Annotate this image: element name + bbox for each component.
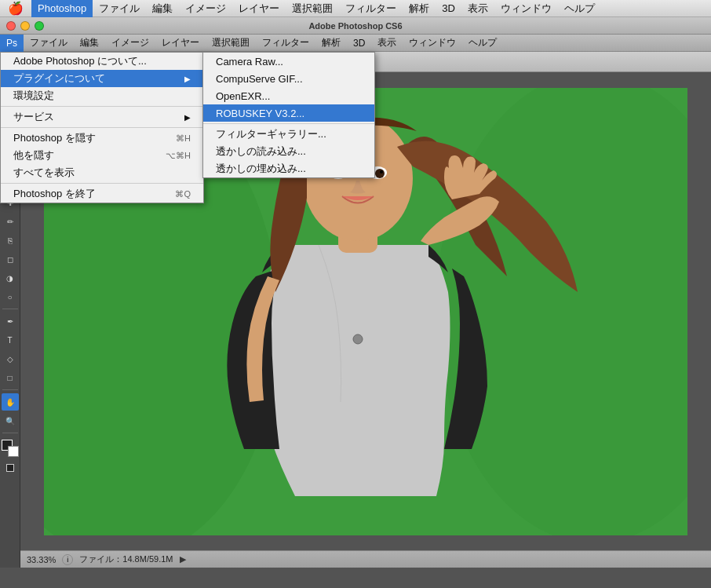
- wand-tool[interactable]: ✦: [2, 132, 19, 149]
- window-controls: [0, 21, 44, 31]
- tool-divider-4: [2, 433, 18, 433]
- zoom-input[interactable]: [155, 55, 199, 69]
- menu-layer[interactable]: レイヤー: [232, 0, 286, 17]
- mac-menu-bar: 🍎 Photoshop ファイル 編集 イメージ レイヤー 選択範囲 フィルター…: [0, 0, 711, 17]
- ps-menu-photoshop[interactable]: Ps: [0, 35, 24, 52]
- lasso-tool[interactable]: ⌖: [2, 113, 19, 130]
- zoom-tool[interactable]: 🔍: [2, 412, 19, 429]
- status-arrow[interactable]: ▶: [180, 554, 186, 564]
- ps-menu-layer[interactable]: レイヤー: [155, 35, 206, 52]
- ps-menu-view[interactable]: 表示: [371, 35, 403, 52]
- brush-tool[interactable]: ✏: [2, 213, 19, 230]
- transparency-checkbox[interactable]: [298, 57, 308, 67]
- marquee-tool[interactable]: ⬚: [2, 94, 19, 111]
- svg-point-10: [380, 170, 383, 173]
- maximize-button[interactable]: [35, 21, 44, 31]
- woman-figure: [44, 88, 687, 535]
- options-spacer: [5, 57, 151, 67]
- menu-help[interactable]: ヘルプ: [558, 0, 601, 17]
- menu-analyze[interactable]: 解析: [403, 0, 436, 17]
- options-reverse: 逆方向: [215, 56, 252, 68]
- tool-divider-2: [2, 309, 18, 309]
- pen-tool[interactable]: ✒: [2, 312, 19, 330]
- dodge-tool[interactable]: ○: [2, 288, 19, 305]
- hand-tool[interactable]: ✋: [2, 393, 19, 411]
- svg-point-8: [375, 169, 385, 178]
- eraser-tool[interactable]: ◻: [2, 250, 19, 268]
- menu-view[interactable]: 表示: [461, 0, 494, 17]
- path-tool[interactable]: ◇: [2, 350, 19, 367]
- ps-menu-edit[interactable]: 編集: [74, 35, 105, 52]
- svg-point-9: [341, 170, 344, 173]
- fg-bg-colors[interactable]: [2, 440, 19, 457]
- zoom-status: 33.33%: [27, 555, 56, 564]
- close-button[interactable]: [6, 21, 16, 31]
- reverse-checkbox[interactable]: [215, 57, 224, 67]
- ps-menu-filter[interactable]: フィルター: [256, 35, 315, 52]
- quick-mask-icon: [6, 464, 14, 472]
- crop-tool[interactable]: ⊡: [2, 151, 19, 168]
- tool-divider-1: [2, 171, 18, 172]
- ps-menu-help[interactable]: ヘルプ: [462, 35, 503, 52]
- background-color[interactable]: [8, 446, 19, 457]
- ps-menu-analyze[interactable]: 解析: [315, 35, 347, 52]
- ps-menu-file[interactable]: ファイル: [24, 35, 74, 52]
- transparency-label: 透明部分: [309, 56, 344, 68]
- svg-point-4: [303, 115, 413, 241]
- menu-window[interactable]: ウィンドウ: [494, 0, 558, 17]
- move-tool[interactable]: ✥: [2, 75, 19, 93]
- menu-3d[interactable]: 3D: [436, 0, 461, 17]
- menu-filter[interactable]: フィルター: [339, 0, 403, 17]
- menu-photoshop[interactable]: Photoshop: [31, 0, 93, 17]
- clone-tool[interactable]: ⎘: [2, 232, 19, 249]
- reverse-label: 逆方向: [226, 56, 252, 68]
- dither-checkbox[interactable]: [257, 57, 266, 67]
- ps-menu-bar: Ps ファイル 編集 イメージ レイヤー 選択範囲 フィルター 解析 3D 表示…: [0, 35, 711, 52]
- healing-tool[interactable]: ✚: [2, 194, 19, 211]
- file-size-status: ファイル：14.8M/59.1M: [79, 553, 173, 565]
- apple-menu[interactable]: 🍎: [0, 1, 31, 16]
- ps-title-bar: Adobe Photoshop CS6: [0, 17, 711, 35]
- shape-tool[interactable]: □: [2, 369, 19, 386]
- eyedropper-tool[interactable]: ⊕: [2, 175, 19, 192]
- ps-menu-3d[interactable]: 3D: [347, 35, 371, 52]
- menu-edit[interactable]: 編集: [146, 0, 179, 17]
- menu-file[interactable]: ファイル: [93, 0, 146, 17]
- options-transparency: 透明部分: [298, 56, 344, 68]
- quick-mask-toggle[interactable]: [2, 463, 18, 473]
- ps-menu-window[interactable]: ウィンドウ: [403, 35, 462, 52]
- ps-menu-image[interactable]: イメージ: [105, 35, 155, 52]
- text-tool[interactable]: T: [2, 331, 19, 349]
- ps-window-title: Adobe Photoshop CS6: [308, 21, 402, 31]
- menu-image[interactable]: イメージ: [179, 0, 232, 17]
- options-divider: [206, 55, 207, 69]
- minimize-button[interactable]: [20, 21, 30, 31]
- menu-select[interactable]: 選択範囲: [286, 0, 339, 17]
- status-info-icon[interactable]: i: [62, 554, 73, 565]
- svg-point-11: [353, 334, 363, 344]
- svg-point-7: [336, 169, 345, 178]
- left-toolbar: ✥ ⬚ ⌖ ✦ ⊡ ⊕ ✚ ✏ ⎘ ◻ ◑ ○ ✒ T ◇ □ ✋ 🔍: [0, 72, 20, 568]
- ps-window: Adobe Photoshop CS6 Ps ファイル 編集 イメージ レイヤー…: [0, 17, 711, 588]
- canvas-area: 未タイトル-1.psd @ 33.3% (前景画像, RGB/8*): [20, 72, 711, 568]
- tool-divider-3: [2, 389, 18, 390]
- status-bar: 33.33% i ファイル：14.8M/59.1M ▶: [20, 550, 711, 568]
- gradient-tool[interactable]: ◑: [2, 269, 19, 287]
- options-dither: ディザ: [257, 56, 294, 68]
- photo-canvas: [44, 88, 687, 535]
- ps-options-bar: 逆方向 ディザ 透明部分: [0, 52, 711, 72]
- options-zoom[interactable]: [155, 55, 199, 69]
- dither-label: ディザ: [268, 56, 294, 68]
- ps-main: ✥ ⬚ ⌖ ✦ ⊡ ⊕ ✚ ✏ ⎘ ◻ ◑ ○ ✒ T ◇ □ ✋ 🔍: [0, 72, 711, 568]
- ps-menu-select[interactable]: 選択範囲: [206, 35, 256, 52]
